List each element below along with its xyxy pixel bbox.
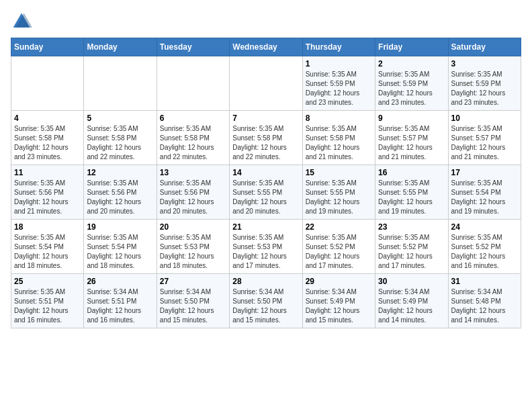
day-number: 15 bbox=[306, 168, 372, 177]
calendar-cell: 16Sunrise: 5:35 AM Sunset: 5:55 PM Dayli… bbox=[375, 165, 448, 220]
day-number: 26 bbox=[87, 277, 153, 286]
calendar-cell: 2Sunrise: 5:35 AM Sunset: 5:59 PM Daylig… bbox=[375, 56, 448, 111]
calendar-cell: 4Sunrise: 5:35 AM Sunset: 5:58 PM Daylig… bbox=[11, 111, 84, 165]
day-number: 14 bbox=[232, 168, 299, 177]
logo bbox=[11, 11, 35, 32]
calendar-cell: 10Sunrise: 5:35 AM Sunset: 5:57 PM Dayli… bbox=[448, 111, 521, 165]
week-row-2: 4Sunrise: 5:35 AM Sunset: 5:58 PM Daylig… bbox=[11, 111, 521, 165]
header-day-sunday: Sunday bbox=[11, 38, 84, 56]
header-day-wednesday: Wednesday bbox=[230, 38, 302, 56]
calendar-cell: 7Sunrise: 5:35 AM Sunset: 5:58 PM Daylig… bbox=[230, 111, 302, 165]
day-info: Sunrise: 5:35 AM Sunset: 5:59 PM Dayligh… bbox=[306, 70, 372, 107]
day-info: Sunrise: 5:35 AM Sunset: 5:51 PM Dayligh… bbox=[14, 287, 81, 325]
day-number: 16 bbox=[378, 168, 445, 177]
day-number: 27 bbox=[160, 277, 226, 286]
calendar-cell: 28Sunrise: 5:34 AM Sunset: 5:50 PM Dayli… bbox=[230, 274, 302, 328]
day-info: Sunrise: 5:35 AM Sunset: 5:56 PM Dayligh… bbox=[87, 179, 153, 216]
day-number: 28 bbox=[232, 277, 299, 286]
calendar-cell bbox=[230, 56, 302, 111]
day-number: 31 bbox=[451, 277, 518, 286]
day-info: Sunrise: 5:35 AM Sunset: 5:58 PM Dayligh… bbox=[87, 124, 153, 162]
day-info: Sunrise: 5:35 AM Sunset: 5:53 PM Dayligh… bbox=[160, 233, 226, 271]
day-info: Sunrise: 5:35 AM Sunset: 5:58 PM Dayligh… bbox=[14, 124, 81, 162]
day-info: Sunrise: 5:35 AM Sunset: 5:56 PM Dayligh… bbox=[160, 179, 226, 216]
header-row: SundayMondayTuesdayWednesdayThursdayFrid… bbox=[11, 38, 521, 56]
calendar-cell: 3Sunrise: 5:35 AM Sunset: 5:59 PM Daylig… bbox=[448, 56, 521, 111]
calendar-cell: 11Sunrise: 5:35 AM Sunset: 5:56 PM Dayli… bbox=[11, 165, 84, 220]
day-number: 20 bbox=[160, 222, 226, 232]
calendar-cell: 17Sunrise: 5:35 AM Sunset: 5:54 PM Dayli… bbox=[448, 165, 521, 220]
day-info: Sunrise: 5:35 AM Sunset: 5:54 PM Dayligh… bbox=[14, 233, 81, 271]
day-info: Sunrise: 5:35 AM Sunset: 5:54 PM Dayligh… bbox=[87, 233, 153, 271]
calendar-body: 1Sunrise: 5:35 AM Sunset: 5:59 PM Daylig… bbox=[11, 56, 521, 328]
day-number: 21 bbox=[232, 222, 299, 232]
calendar-cell: 23Sunrise: 5:35 AM Sunset: 5:52 PM Dayli… bbox=[375, 220, 448, 274]
week-row-5: 25Sunrise: 5:35 AM Sunset: 5:51 PM Dayli… bbox=[11, 274, 521, 328]
day-info: Sunrise: 5:35 AM Sunset: 5:58 PM Dayligh… bbox=[306, 124, 372, 162]
day-number: 19 bbox=[87, 222, 153, 232]
header-day-saturday: Saturday bbox=[448, 38, 521, 56]
header-day-friday: Friday bbox=[375, 38, 448, 56]
day-info: Sunrise: 5:35 AM Sunset: 5:58 PM Dayligh… bbox=[160, 124, 226, 162]
header-day-thursday: Thursday bbox=[302, 38, 375, 56]
week-row-3: 11Sunrise: 5:35 AM Sunset: 5:56 PM Dayli… bbox=[11, 165, 521, 220]
calendar-cell: 21Sunrise: 5:35 AM Sunset: 5:53 PM Dayli… bbox=[230, 220, 302, 274]
day-number: 6 bbox=[160, 113, 226, 123]
header-day-tuesday: Tuesday bbox=[157, 38, 229, 56]
calendar-cell: 19Sunrise: 5:35 AM Sunset: 5:54 PM Dayli… bbox=[84, 220, 157, 274]
day-info: Sunrise: 5:35 AM Sunset: 5:58 PM Dayligh… bbox=[232, 124, 299, 162]
day-number: 29 bbox=[306, 277, 372, 286]
day-info: Sunrise: 5:35 AM Sunset: 5:55 PM Dayligh… bbox=[306, 179, 372, 216]
calendar-cell: 22Sunrise: 5:35 AM Sunset: 5:52 PM Dayli… bbox=[302, 220, 375, 274]
day-number: 12 bbox=[87, 168, 153, 177]
day-info: Sunrise: 5:35 AM Sunset: 5:52 PM Dayligh… bbox=[378, 233, 445, 271]
day-number: 5 bbox=[87, 113, 153, 123]
day-number: 4 bbox=[14, 113, 81, 123]
calendar-cell: 13Sunrise: 5:35 AM Sunset: 5:56 PM Dayli… bbox=[157, 165, 229, 220]
day-info: Sunrise: 5:35 AM Sunset: 5:55 PM Dayligh… bbox=[232, 179, 299, 216]
calendar-cell bbox=[11, 56, 84, 111]
calendar-cell: 27Sunrise: 5:34 AM Sunset: 5:50 PM Dayli… bbox=[157, 274, 229, 328]
calendar-cell: 8Sunrise: 5:35 AM Sunset: 5:58 PM Daylig… bbox=[302, 111, 375, 165]
calendar-cell: 12Sunrise: 5:35 AM Sunset: 5:56 PM Dayli… bbox=[84, 165, 157, 220]
calendar-cell bbox=[157, 56, 229, 111]
day-number: 18 bbox=[14, 222, 81, 232]
page-header bbox=[11, 11, 521, 32]
calendar-header: SundayMondayTuesdayWednesdayThursdayFrid… bbox=[11, 38, 521, 56]
day-info: Sunrise: 5:34 AM Sunset: 5:49 PM Dayligh… bbox=[306, 287, 372, 325]
calendar-cell: 9Sunrise: 5:35 AM Sunset: 5:57 PM Daylig… bbox=[375, 111, 448, 165]
day-number: 23 bbox=[378, 222, 445, 232]
day-info: Sunrise: 5:35 AM Sunset: 5:57 PM Dayligh… bbox=[378, 124, 445, 162]
calendar-cell: 31Sunrise: 5:34 AM Sunset: 5:48 PM Dayli… bbox=[448, 274, 521, 328]
calendar-cell: 24Sunrise: 5:35 AM Sunset: 5:52 PM Dayli… bbox=[448, 220, 521, 274]
day-info: Sunrise: 5:35 AM Sunset: 5:57 PM Dayligh… bbox=[451, 124, 518, 162]
week-row-4: 18Sunrise: 5:35 AM Sunset: 5:54 PM Dayli… bbox=[11, 220, 521, 274]
day-info: Sunrise: 5:34 AM Sunset: 5:50 PM Dayligh… bbox=[232, 287, 299, 325]
calendar-table: SundayMondayTuesdayWednesdayThursdayFrid… bbox=[11, 38, 521, 328]
day-number: 24 bbox=[451, 222, 518, 232]
calendar-cell: 15Sunrise: 5:35 AM Sunset: 5:55 PM Dayli… bbox=[302, 165, 375, 220]
day-info: Sunrise: 5:35 AM Sunset: 5:52 PM Dayligh… bbox=[451, 233, 518, 271]
day-number: 11 bbox=[14, 168, 81, 177]
day-number: 7 bbox=[232, 113, 299, 123]
day-info: Sunrise: 5:35 AM Sunset: 5:59 PM Dayligh… bbox=[378, 70, 445, 107]
day-info: Sunrise: 5:34 AM Sunset: 5:49 PM Dayligh… bbox=[378, 287, 445, 325]
day-number: 3 bbox=[451, 59, 518, 68]
calendar-cell: 18Sunrise: 5:35 AM Sunset: 5:54 PM Dayli… bbox=[11, 220, 84, 274]
day-info: Sunrise: 5:34 AM Sunset: 5:48 PM Dayligh… bbox=[451, 287, 518, 325]
day-info: Sunrise: 5:35 AM Sunset: 5:59 PM Dayligh… bbox=[451, 70, 518, 107]
calendar-cell: 26Sunrise: 5:34 AM Sunset: 5:51 PM Dayli… bbox=[84, 274, 157, 328]
day-number: 30 bbox=[378, 277, 445, 286]
day-info: Sunrise: 5:35 AM Sunset: 5:56 PM Dayligh… bbox=[14, 179, 81, 216]
day-info: Sunrise: 5:35 AM Sunset: 5:54 PM Dayligh… bbox=[451, 179, 518, 216]
header-day-monday: Monday bbox=[84, 38, 157, 56]
calendar-cell: 6Sunrise: 5:35 AM Sunset: 5:58 PM Daylig… bbox=[157, 111, 229, 165]
day-number: 17 bbox=[451, 168, 518, 177]
day-info: Sunrise: 5:35 AM Sunset: 5:55 PM Dayligh… bbox=[378, 179, 445, 216]
calendar-cell: 20Sunrise: 5:35 AM Sunset: 5:53 PM Dayli… bbox=[157, 220, 229, 274]
week-row-1: 1Sunrise: 5:35 AM Sunset: 5:59 PM Daylig… bbox=[11, 56, 521, 111]
calendar-cell: 30Sunrise: 5:34 AM Sunset: 5:49 PM Dayli… bbox=[375, 274, 448, 328]
calendar-cell: 29Sunrise: 5:34 AM Sunset: 5:49 PM Dayli… bbox=[302, 274, 375, 328]
day-number: 9 bbox=[378, 113, 445, 123]
day-info: Sunrise: 5:35 AM Sunset: 5:53 PM Dayligh… bbox=[232, 233, 299, 271]
